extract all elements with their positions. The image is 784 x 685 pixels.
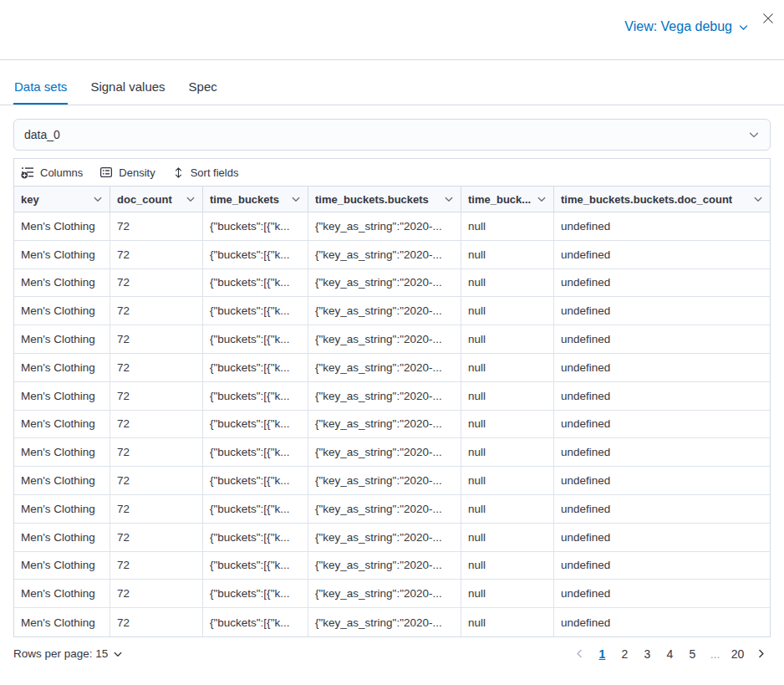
- page-number[interactable]: 3: [638, 644, 657, 664]
- cell-time-buckets-buckets-doc-count[interactable]: undefined: [554, 411, 770, 438]
- cell-time-buckets[interactable]: {"buckets":[{"k...: [203, 382, 308, 410]
- rows-per-page-button[interactable]: Rows per page: 15: [13, 647, 123, 660]
- cell-doc-count[interactable]: 72: [110, 438, 203, 466]
- cell-time-buckets-buckets[interactable]: {"key_as_string":"2020-...: [308, 608, 461, 636]
- column-header-doc-count[interactable]: doc_count: [110, 187, 203, 212]
- cell-doc-count[interactable]: 72: [110, 212, 203, 240]
- cell-time-buckets-buckets-doc-count[interactable]: undefined: [554, 269, 770, 297]
- cell-key[interactable]: Men's Clothing: [14, 269, 110, 297]
- cell-key[interactable]: Men's Clothing: [14, 524, 110, 551]
- cell-doc-count[interactable]: 72: [110, 411, 203, 438]
- cell-doc-count[interactable]: 72: [110, 580, 203, 607]
- column-header-time-buckets-buckets-doc-count[interactable]: time_buckets.buckets.doc_count: [554, 187, 770, 212]
- page-number[interactable]: 2: [615, 644, 634, 664]
- density-button[interactable]: Density: [99, 166, 155, 179]
- cell-time-buckets-key[interactable]: null: [461, 438, 554, 466]
- cell-key[interactable]: Men's Clothing: [14, 467, 110, 494]
- tab-spec[interactable]: Spec: [188, 72, 218, 105]
- cell-time-buckets[interactable]: {"buckets":[{"k...: [203, 411, 308, 438]
- cell-time-buckets[interactable]: {"buckets":[{"k...: [203, 580, 308, 607]
- cell-time-buckets-buckets[interactable]: {"key_as_string":"2020-...: [308, 552, 461, 580]
- cell-time-buckets-key[interactable]: null: [461, 608, 554, 636]
- cell-key[interactable]: Men's Clothing: [14, 580, 110, 607]
- cell-time-buckets-key[interactable]: null: [461, 467, 554, 494]
- cell-key[interactable]: Men's Clothing: [14, 552, 110, 580]
- cell-time-buckets-buckets[interactable]: {"key_as_string":"2020-...: [308, 467, 461, 494]
- cell-doc-count[interactable]: 72: [110, 495, 203, 523]
- cell-time-buckets-key[interactable]: null: [461, 580, 554, 607]
- cell-time-buckets-buckets-doc-count[interactable]: undefined: [554, 325, 770, 353]
- page-number[interactable]: 1: [593, 644, 612, 664]
- close-icon[interactable]: [761, 11, 776, 26]
- cell-key[interactable]: Men's Clothing: [14, 297, 110, 325]
- cell-doc-count[interactable]: 72: [110, 269, 203, 297]
- cell-time-buckets-key[interactable]: null: [461, 495, 554, 523]
- cell-doc-count[interactable]: 72: [110, 608, 203, 636]
- cell-key[interactable]: Men's Clothing: [14, 382, 110, 410]
- column-header-time-buckets-buckets[interactable]: time_buckets.buckets: [308, 187, 461, 212]
- cell-time-buckets[interactable]: {"buckets":[{"k...: [203, 438, 308, 466]
- next-page-button[interactable]: [751, 644, 771, 664]
- sort-fields-button[interactable]: Sort fields: [172, 166, 239, 179]
- cell-time-buckets-key[interactable]: null: [461, 297, 554, 325]
- cell-time-buckets[interactable]: {"buckets":[{"k...: [203, 269, 308, 297]
- column-header-time-buckets-key[interactable]: time_buck...: [461, 187, 554, 212]
- cell-time-buckets-buckets-doc-count[interactable]: undefined: [554, 438, 770, 466]
- cell-key[interactable]: Men's Clothing: [14, 241, 110, 268]
- cell-time-buckets-buckets-doc-count[interactable]: undefined: [554, 580, 770, 607]
- cell-time-buckets-buckets-doc-count[interactable]: undefined: [554, 524, 770, 551]
- cell-time-buckets-key[interactable]: null: [461, 354, 554, 381]
- cell-time-buckets[interactable]: {"buckets":[{"k...: [203, 608, 308, 636]
- cell-key[interactable]: Men's Clothing: [14, 212, 110, 240]
- cell-time-buckets-buckets-doc-count[interactable]: undefined: [554, 382, 770, 410]
- cell-doc-count[interactable]: 72: [110, 297, 203, 325]
- cell-time-buckets-buckets[interactable]: {"key_as_string":"2020-...: [308, 411, 461, 438]
- cell-time-buckets[interactable]: {"buckets":[{"k...: [203, 212, 308, 240]
- cell-time-buckets[interactable]: {"buckets":[{"k...: [203, 467, 308, 494]
- previous-page-button[interactable]: [569, 644, 589, 664]
- cell-time-buckets-buckets-doc-count[interactable]: undefined: [554, 467, 770, 494]
- cell-time-buckets-buckets-doc-count[interactable]: undefined: [554, 495, 770, 523]
- cell-time-buckets-buckets[interactable]: {"key_as_string":"2020-...: [308, 438, 461, 466]
- tab-signal-values[interactable]: Signal values: [89, 72, 165, 105]
- cell-time-buckets-buckets-doc-count[interactable]: undefined: [554, 354, 770, 381]
- cell-key[interactable]: Men's Clothing: [14, 608, 110, 636]
- cell-time-buckets-key[interactable]: null: [461, 212, 554, 240]
- cell-time-buckets-buckets[interactable]: {"key_as_string":"2020-...: [308, 297, 461, 325]
- cell-time-buckets[interactable]: {"buckets":[{"k...: [203, 241, 308, 268]
- cell-time-buckets-buckets[interactable]: {"key_as_string":"2020-...: [308, 524, 461, 551]
- cell-doc-count[interactable]: 72: [110, 241, 203, 268]
- cell-doc-count[interactable]: 72: [110, 524, 203, 551]
- cell-key[interactable]: Men's Clothing: [14, 354, 110, 381]
- cell-time-buckets-key[interactable]: null: [461, 241, 554, 268]
- cell-time-buckets-buckets-doc-count[interactable]: undefined: [554, 297, 770, 325]
- columns-button[interactable]: Columns: [21, 166, 83, 179]
- cell-time-buckets-buckets[interactable]: {"key_as_string":"2020-...: [308, 580, 461, 607]
- cell-time-buckets[interactable]: {"buckets":[{"k...: [203, 354, 308, 381]
- cell-key[interactable]: Men's Clothing: [14, 438, 110, 466]
- cell-doc-count[interactable]: 72: [110, 552, 203, 580]
- cell-time-buckets[interactable]: {"buckets":[{"k...: [203, 495, 308, 523]
- page-number[interactable]: 4: [660, 644, 680, 664]
- cell-doc-count[interactable]: 72: [110, 382, 203, 410]
- cell-time-buckets[interactable]: {"buckets":[{"k...: [203, 297, 308, 325]
- cell-time-buckets-buckets[interactable]: {"key_as_string":"2020-...: [308, 354, 461, 381]
- cell-time-buckets-buckets[interactable]: {"key_as_string":"2020-...: [308, 325, 461, 353]
- cell-time-buckets-buckets[interactable]: {"key_as_string":"2020-...: [308, 495, 461, 523]
- cell-doc-count[interactable]: 72: [110, 325, 203, 353]
- cell-time-buckets-buckets-doc-count[interactable]: undefined: [554, 241, 770, 268]
- cell-time-buckets-buckets[interactable]: {"key_as_string":"2020-...: [308, 382, 461, 410]
- cell-key[interactable]: Men's Clothing: [14, 411, 110, 438]
- cell-time-buckets-key[interactable]: null: [461, 411, 554, 438]
- cell-time-buckets-key[interactable]: null: [461, 552, 554, 580]
- view-selector[interactable]: View: Vega debug: [624, 19, 749, 34]
- cell-time-buckets-key[interactable]: null: [461, 325, 554, 353]
- cell-time-buckets-key[interactable]: null: [461, 269, 554, 297]
- cell-time-buckets-buckets-doc-count[interactable]: undefined: [554, 212, 770, 240]
- cell-time-buckets-key[interactable]: null: [461, 382, 554, 410]
- cell-key[interactable]: Men's Clothing: [14, 495, 110, 523]
- dataset-select[interactable]: data_0: [13, 119, 771, 151]
- cell-time-buckets-buckets-doc-count[interactable]: undefined: [554, 552, 770, 580]
- cell-doc-count[interactable]: 72: [110, 354, 203, 381]
- cell-key[interactable]: Men's Clothing: [14, 325, 110, 353]
